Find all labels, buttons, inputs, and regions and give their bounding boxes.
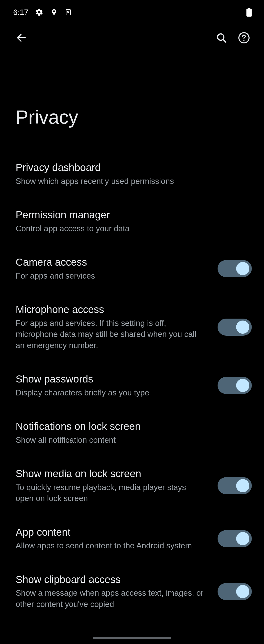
row-app-content[interactable]: App content Allow apps to send content t… [0, 515, 264, 562]
row-subtitle: Show which apps recently used permission… [16, 176, 252, 187]
gear-icon [35, 8, 44, 16]
svg-rect-4 [248, 8, 250, 9]
search-icon [216, 32, 227, 44]
row-microphone-access[interactable]: Microphone access For apps and services.… [0, 292, 264, 362]
row-title: Notifications on lock screen [16, 420, 252, 433]
toggle-thumb [236, 379, 249, 392]
battery-icon [246, 8, 252, 16]
status-time: 6:17 [13, 8, 28, 17]
row-subtitle: For apps and services [16, 270, 211, 282]
row-title: Permission manager [16, 208, 252, 222]
row-permission-manager[interactable]: Permission manager Control app access to… [0, 198, 264, 245]
row-subtitle: To quickly resume playback, media player… [16, 482, 211, 504]
row-subtitle: Control app access to your data [16, 223, 252, 234]
svg-line-7 [223, 39, 226, 42]
toggle-thumb [236, 262, 249, 275]
svg-rect-3 [246, 9, 252, 16]
toggle-show-clipboard-access[interactable] [218, 583, 252, 600]
row-title: App content [16, 526, 211, 539]
row-subtitle: For apps and services. If this setting i… [16, 318, 211, 351]
status-bar: 6:17 [0, 0, 264, 24]
search-button[interactable] [211, 28, 232, 48]
row-title: Show media on lock screen [16, 468, 211, 480]
row-show-media-lock-screen[interactable]: Show media on lock screen To quickly res… [0, 456, 264, 515]
toggle-thumb [236, 585, 249, 598]
row-title: Microphone access [16, 303, 211, 316]
row-subtitle: Show a message when apps access text, im… [16, 588, 211, 610]
row-title: Camera access [16, 256, 211, 269]
toggle-thumb [236, 532, 249, 545]
toggle-show-passwords[interactable] [218, 377, 252, 394]
status-right [246, 8, 252, 16]
row-camera-access[interactable]: Camera access For apps and services [0, 245, 264, 292]
row-title: Show passwords [16, 373, 211, 386]
toggle-microphone-access[interactable] [218, 318, 252, 336]
row-subtitle: Allow apps to send content to the Androi… [16, 540, 211, 551]
row-subtitle: Display characters briefly as you type [16, 387, 211, 398]
settings-list: Privacy dashboard Show which apps recent… [0, 150, 264, 620]
app-bar [0, 24, 264, 51]
toggle-camera-access[interactable] [218, 260, 252, 277]
back-button[interactable] [11, 28, 32, 48]
help-button[interactable] [234, 28, 254, 48]
status-left: 6:17 [13, 8, 72, 17]
sim-alert-icon [65, 8, 72, 16]
row-title: Show clipboard access [16, 573, 211, 586]
toggle-thumb [236, 320, 249, 334]
toggle-show-media-lock-screen[interactable] [218, 477, 252, 494]
toggle-app-content[interactable] [218, 530, 252, 547]
page-title: Privacy [0, 51, 264, 150]
row-show-passwords[interactable]: Show passwords Display characters briefl… [0, 362, 264, 409]
svg-point-9 [243, 40, 245, 41]
arrow-back-icon [16, 32, 27, 44]
row-notifications-lock-screen[interactable]: Notifications on lock screen Show all no… [0, 409, 264, 456]
row-title: Privacy dashboard [16, 161, 252, 174]
toggle-thumb [236, 479, 249, 492]
row-privacy-dashboard[interactable]: Privacy dashboard Show which apps recent… [0, 150, 264, 198]
row-show-clipboard-access[interactable]: Show clipboard access Show a message whe… [0, 562, 264, 621]
location-icon [50, 8, 58, 16]
help-icon [238, 32, 250, 44]
gesture-nav-bar[interactable] [93, 637, 171, 639]
row-subtitle: Show all notification content [16, 434, 252, 446]
